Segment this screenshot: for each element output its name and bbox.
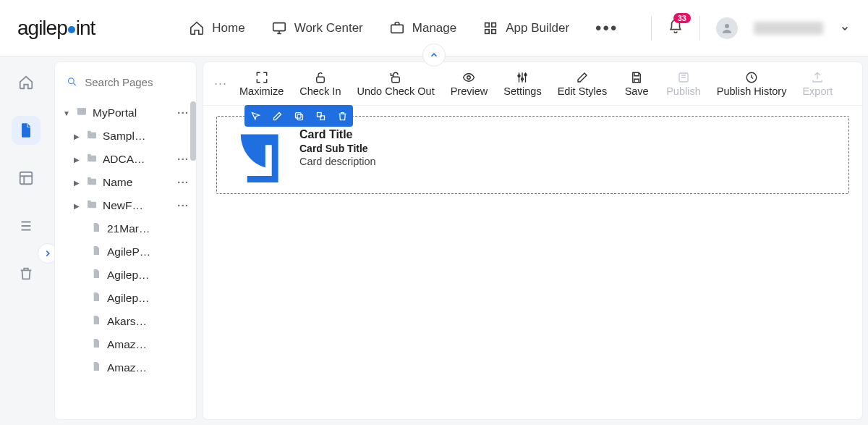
sel-copy-button[interactable] xyxy=(288,105,310,127)
card-title: Card Title xyxy=(299,128,376,141)
svg-rect-10 xyxy=(77,108,86,110)
tree-scroll[interactable]: ▼ MyPortal ··· ▶ Sampl… ▶ ADCA… ··· ▶ xyxy=(55,101,196,419)
sel-delete-button[interactable] xyxy=(331,105,353,127)
unlock-icon xyxy=(314,71,327,84)
edit-icon xyxy=(576,71,589,84)
tree-folder[interactable]: ▶ Name ··· xyxy=(55,171,196,194)
tree-row-menu[interactable]: ··· xyxy=(177,199,189,212)
card-body: Card Title Card Sub Title Card descripti… xyxy=(299,128,376,167)
tbtn-label: Undo Check Out xyxy=(357,85,434,97)
tbtn-label: Publish xyxy=(666,85,701,97)
svg-rect-4 xyxy=(485,29,490,33)
tree-folder[interactable]: ▶ Sampl… xyxy=(55,125,196,148)
card-component[interactable]: Card Title Card Sub Title Card descripti… xyxy=(226,128,840,183)
tree-page-label: Amaz… xyxy=(107,361,147,374)
page-icon xyxy=(90,245,103,259)
tree-root-label: MyPortal xyxy=(93,106,137,119)
svg-point-13 xyxy=(467,75,471,79)
tbtn-undocheckout[interactable]: Undo Check Out xyxy=(349,71,441,97)
tree-folder[interactable]: ▶ ADCA… ··· xyxy=(55,148,196,171)
card-description: Card description xyxy=(299,156,376,167)
trash-icon xyxy=(337,111,348,122)
nav-workcenter[interactable]: Work Center xyxy=(271,20,363,36)
svg-rect-0 xyxy=(273,22,285,30)
rail-home[interactable] xyxy=(12,68,41,97)
nav-home-label: Home xyxy=(212,21,244,35)
nav-more[interactable]: ••• xyxy=(595,18,618,38)
tree-page[interactable]: Amaz… xyxy=(55,333,196,356)
nav-manage[interactable]: Manage xyxy=(389,20,456,36)
caret-right-icon[interactable]: ▶ xyxy=(72,132,81,140)
tbtn-publish: Publish xyxy=(659,71,708,97)
sliders-icon xyxy=(516,71,529,84)
search-row xyxy=(55,62,196,101)
svg-rect-11 xyxy=(317,77,325,83)
rail-pages[interactable] xyxy=(12,116,41,145)
rail-list[interactable] xyxy=(12,211,41,240)
list-icon xyxy=(18,218,34,234)
tbtn-settings[interactable]: Settings xyxy=(496,71,548,97)
selection-toolbar xyxy=(244,105,353,127)
tree-page-label: AgileP… xyxy=(107,245,150,258)
tree-page[interactable]: AgileP… xyxy=(55,240,196,264)
tree-row-menu[interactable]: ··· xyxy=(177,153,189,166)
brand-dot-icon xyxy=(68,26,75,33)
caret-down-icon[interactable]: ▼ xyxy=(62,109,71,117)
search-input[interactable] xyxy=(85,76,184,88)
tree-page-label: Agilep… xyxy=(107,269,150,282)
svg-rect-7 xyxy=(20,172,33,185)
undo-lock-icon xyxy=(389,71,402,84)
notifications-badge: 33 xyxy=(673,13,691,23)
tree-row-menu[interactable]: ··· xyxy=(177,106,189,119)
design-surface[interactable]: Card Title Card Sub Title Card descripti… xyxy=(203,106,862,419)
tree-row-menu[interactable]: ··· xyxy=(177,176,189,189)
tbtn-save[interactable]: Save xyxy=(616,71,658,97)
tree-page[interactable]: Agilep… xyxy=(55,287,196,310)
collapse-header-button[interactable] xyxy=(422,43,446,67)
tree-page[interactable]: Agilep… xyxy=(55,264,196,287)
selected-component[interactable]: Card Title Card Sub Title Card descripti… xyxy=(216,116,849,194)
copy-icon xyxy=(294,111,305,122)
tree-page[interactable]: Amaz… xyxy=(55,356,196,379)
nav-appbuilder[interactable]: App Builder xyxy=(482,20,569,36)
svg-rect-3 xyxy=(492,22,496,27)
tree-page-label: 21Mar… xyxy=(107,222,150,235)
caret-right-icon[interactable]: ▶ xyxy=(72,179,81,187)
username[interactable] xyxy=(754,22,823,35)
duplicate-icon xyxy=(315,111,326,122)
tbtn-editstyles[interactable]: Edit Styles xyxy=(550,71,615,97)
tbtn-checkin[interactable]: Check In xyxy=(292,71,348,97)
chevron-down-icon[interactable] xyxy=(839,22,851,34)
sel-edit-button[interactable] xyxy=(266,105,288,127)
tree-root[interactable]: ▼ MyPortal ··· xyxy=(55,101,196,125)
tree-folder[interactable]: ▶ NewF… ··· xyxy=(55,194,196,217)
page-icon xyxy=(90,314,103,329)
page-icon xyxy=(90,337,103,352)
folder-icon xyxy=(85,152,98,167)
page-icon xyxy=(90,291,103,306)
page-icon xyxy=(18,122,34,138)
home-icon xyxy=(18,75,34,91)
page-icon xyxy=(90,361,103,375)
tbtn-label: Export xyxy=(802,85,833,97)
tbtn-preview[interactable]: Preview xyxy=(443,71,495,97)
nav-center: Home Work Center Manage App Builder ••• xyxy=(189,18,618,38)
page-icon xyxy=(90,222,103,236)
sel-move-button[interactable] xyxy=(244,105,266,127)
tree-page[interactable]: 21Mar… xyxy=(55,217,196,240)
folder-icon xyxy=(85,198,98,213)
tbtn-publishhistory[interactable]: Publish History xyxy=(710,71,794,97)
sel-duplicate-button[interactable] xyxy=(310,105,331,127)
notifications-button[interactable]: 33 xyxy=(668,19,684,38)
tree-page[interactable]: Akars… xyxy=(55,310,196,333)
caret-right-icon[interactable]: ▶ xyxy=(72,202,81,210)
chevron-right-icon xyxy=(43,248,53,258)
rail-templates[interactable] xyxy=(12,164,41,193)
tbtn-label: Preview xyxy=(451,85,488,97)
caret-right-icon[interactable]: ▶ xyxy=(72,156,81,164)
nav-home[interactable]: Home xyxy=(189,20,244,36)
toolbar-overflow[interactable]: ··· xyxy=(210,76,231,91)
user-avatar[interactable] xyxy=(716,17,738,39)
rail-trash[interactable] xyxy=(12,259,41,288)
tbtn-maximize[interactable]: Maximize xyxy=(232,71,291,97)
